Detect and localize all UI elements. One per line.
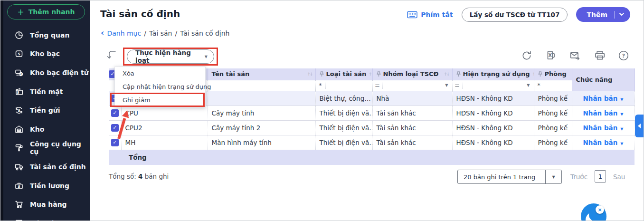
pin-icon[interactable] (456, 71, 461, 77)
page-title: Tài sản cố định (100, 8, 180, 19)
sidebar-item-tools[interactable]: Công cụ dụng cụ (0, 139, 90, 158)
duplicate-link[interactable]: Nhân bản (583, 124, 618, 132)
sort-icon[interactable]: ↑↓ (307, 72, 312, 77)
filter-cell-status[interactable]: =▼ (452, 80, 534, 91)
pin-icon[interactable] (538, 71, 542, 77)
help-icon[interactable]: ? (618, 50, 629, 61)
chat-close-button[interactable]: × (596, 205, 604, 214)
menu-item[interactable]: Ghi giảm (115, 94, 205, 107)
filter-operator[interactable]: = (453, 82, 463, 89)
caret-down-icon: ▼ (205, 55, 208, 59)
column-label: Hiện trạng sử dụng (463, 70, 530, 77)
collapse-rows-icon[interactable] (105, 49, 117, 61)
caret-down-icon[interactable]: ▼ (445, 83, 452, 87)
page-size-select[interactable]: 20 bản ghi trên 1 trang ▼ (457, 170, 562, 184)
sort-icon[interactable]: ↑↓ (444, 72, 449, 77)
filter-cell-type[interactable]: * (315, 80, 372, 91)
caret-down-icon[interactable]: ▼ (620, 97, 623, 102)
cell-group: Nhà (372, 91, 452, 106)
breadcrumb-part: Tài sản (149, 29, 172, 37)
caret-down-icon[interactable]: ▼ (620, 142, 623, 146)
row-checkbox-cell[interactable]: ✓ (109, 135, 121, 150)
main-content: Tài sản cố định Phím tắt Lấy số dư TSCĐ … (90, 0, 644, 221)
print-icon[interactable] (594, 50, 605, 61)
sidebar-item-warehouse[interactable]: Kho (0, 120, 90, 139)
overview-icon (14, 30, 24, 40)
batch-action-button[interactable]: Thực hiện hàng loạt ▼ (127, 49, 214, 64)
sidebar-item-purchase[interactable]: Mua hàng (0, 195, 90, 214)
filter-cell-dept[interactable]: * (534, 80, 572, 91)
shortcut-button[interactable]: Phím tắt (407, 11, 453, 19)
refresh-icon[interactable] (521, 50, 532, 61)
column-header-status[interactable]: Hiện trạng sử dụng↑↓ (452, 68, 534, 80)
sidebar-item-e-treasury[interactable]: $Kho bạc điện tử (0, 63, 90, 82)
menu-item[interactable]: Xóa (115, 67, 205, 80)
tt107-balance-button[interactable]: Lấy số dư TSCĐ từ TT107 (462, 8, 568, 22)
email-icon (569, 50, 581, 61)
cash-icon: $ (14, 87, 24, 96)
email-icon[interactable] (569, 50, 581, 61)
add-dropdown-toggle[interactable] (615, 13, 630, 16)
sidebar-item-label: Kho (30, 125, 44, 133)
row-checkbox-cell[interactable]: ✓ (109, 106, 121, 120)
fixed-asset-icon (14, 162, 24, 172)
next-page-button[interactable]: Sau (613, 173, 625, 181)
filter-cell-group[interactable]: =▼ (372, 80, 452, 91)
sidebar-item-label: Mua hàng (30, 201, 67, 208)
menu-item[interactable]: Cập nhật hiện trạng sử dụng (115, 80, 205, 94)
column-header-group[interactable]: Nhóm loại TSCĐ↑↓ (372, 68, 452, 80)
duplicate-link[interactable]: Nhân bản (583, 139, 618, 146)
table-row[interactable]: ✓CPUCây máy tínhThiết bị điện vă…Tài sản… (109, 106, 635, 120)
close-icon: × (597, 207, 602, 213)
sidebar-item-label: Tiền mặt (30, 88, 63, 96)
add-button[interactable]: Thêm (576, 7, 630, 22)
add-button-label: Thêm (576, 11, 614, 19)
treasury-icon: $ (14, 49, 24, 58)
chevron-left-icon (638, 124, 641, 128)
caret-down-icon[interactable]: ▼ (620, 127, 623, 131)
batch-action-menu: XóaCập nhật hiện trạng sử dụngGhi giảm (114, 67, 206, 107)
sidebar-item-label: Tiền gửi (30, 106, 60, 114)
app-window: + Thêm nhanh Tổng quan$Kho bạc$Kho bạc đ… (0, 0, 644, 221)
pin-icon[interactable] (320, 71, 324, 77)
sidebar-item-treasury[interactable]: $Kho bạc (0, 45, 90, 64)
column-header-name[interactable]: Tên tài sản↑↓ (208, 68, 315, 80)
duplicate-link[interactable]: Nhân bản (583, 95, 618, 102)
plus-icon: + (17, 8, 24, 16)
side-panel-toggle[interactable] (635, 115, 644, 137)
sort-icon[interactable]: ↑↓ (532, 72, 534, 77)
prev-page-button[interactable]: Trước (570, 173, 587, 181)
sidebar-item-cash[interactable]: $Tiền mặt (0, 82, 90, 101)
cell-name: Màn hình máy tính (208, 135, 315, 150)
column-header-type[interactable]: Loại tài sản↑↓ (315, 68, 372, 80)
current-page-box[interactable]: 1 (595, 170, 606, 183)
sidebar-item-sales[interactable]: Bán hàng (0, 214, 90, 221)
cell-name: Cây máy tính (208, 106, 315, 120)
row-checkbox[interactable]: ✓ (111, 139, 119, 146)
filter-operator[interactable]: = (373, 82, 383, 89)
batch-action-label: Thực hiện hàng loạt (135, 49, 205, 64)
table-row[interactable]: ✓MHMàn hình máy tínhThiết bị điện vă…Tài… (109, 135, 635, 150)
breadcrumb-back-link[interactable]: Danh mục (107, 29, 141, 37)
duplicate-link[interactable]: Nhân bản (583, 109, 618, 117)
filter-operator[interactable]: * (534, 82, 544, 89)
filter-operator[interactable]: * (316, 82, 326, 89)
sidebar-item-deposit[interactable]: $Tiền gửi (0, 101, 90, 120)
row-checkbox-cell[interactable]: ✓ (109, 120, 121, 135)
caret-down-icon[interactable]: ▼ (620, 112, 623, 116)
row-checkbox[interactable]: ✓ (111, 109, 119, 117)
excel-export-icon[interactable]: X (545, 50, 557, 61)
cell-status: HĐSN - Không KD (452, 106, 534, 120)
row-checkbox[interactable]: ✓ (111, 124, 119, 132)
sort-icon[interactable]: ↑↓ (369, 72, 372, 77)
sidebar-item-overview[interactable]: Tổng quan (0, 26, 90, 45)
quick-add-button[interactable]: + Thêm nhanh (7, 4, 85, 19)
sidebar-item-payroll[interactable]: $Tiền lương (0, 176, 90, 195)
cell-group: Tài sản khác (372, 135, 452, 150)
table-row[interactable]: ✓CPU2Cây máy tính 2Thiết bị điện vă…Tài … (109, 120, 635, 135)
cell-group: Tài sản khác (372, 106, 452, 120)
caret-down-icon[interactable]: ▼ (527, 83, 533, 87)
sidebar-item-fixed-asset[interactable]: Tài sản cố định (0, 157, 90, 176)
filter-cell-name[interactable] (208, 80, 315, 91)
pin-icon[interactable] (377, 71, 381, 77)
